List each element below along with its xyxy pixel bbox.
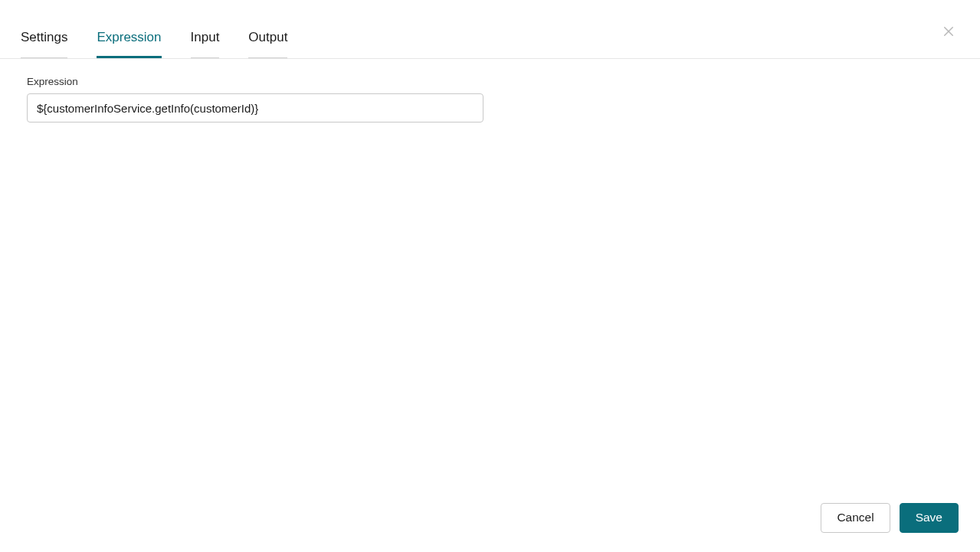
cancel-button[interactable]: Cancel (821, 503, 890, 533)
tab-input[interactable]: Input (191, 10, 220, 58)
expression-label: Expression (27, 76, 959, 87)
tab-content: Expression (0, 59, 980, 552)
tab-expression[interactable]: Expression (97, 10, 161, 58)
tabs-row: Settings Expression Input Output (0, 0, 980, 59)
tab-settings[interactable]: Settings (21, 10, 67, 58)
dialog-footer: Cancel Save (821, 503, 959, 533)
save-button[interactable]: Save (900, 503, 959, 533)
close-icon (942, 24, 955, 38)
dialog: Settings Expression Input Output Express… (0, 0, 980, 552)
close-button[interactable] (940, 23, 957, 40)
expression-input[interactable] (27, 93, 483, 122)
tab-output[interactable]: Output (248, 10, 287, 58)
